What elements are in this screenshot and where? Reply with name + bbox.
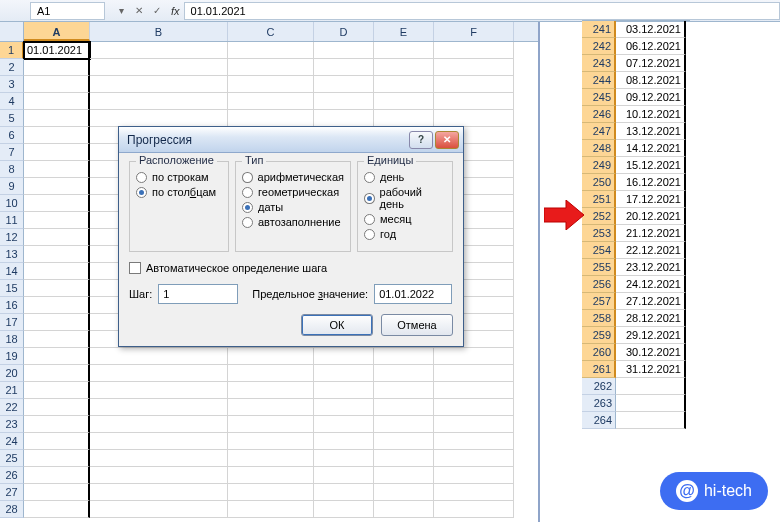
cell-A8[interactable]: [24, 161, 90, 178]
radio-workday[interactable]: рабочий день: [364, 186, 446, 210]
cell-D28[interactable]: [314, 501, 374, 518]
ok-button[interactable]: ОК: [301, 314, 373, 336]
cell-F27[interactable]: [434, 484, 514, 501]
radio-autofill[interactable]: автозаполнение: [242, 216, 344, 228]
row-header-19[interactable]: 19: [0, 348, 24, 365]
radio-by-rows[interactable]: по строкам: [136, 171, 222, 183]
result-row-header-251[interactable]: 251: [582, 191, 616, 208]
cell-A11[interactable]: [24, 212, 90, 229]
radio-by-cols[interactable]: по столбцам: [136, 186, 222, 198]
close-button[interactable]: ✕: [435, 131, 459, 149]
cell-A21[interactable]: [24, 382, 90, 399]
result-row-header-249[interactable]: 249: [582, 157, 616, 174]
cell-F3[interactable]: [434, 76, 514, 93]
cell-E20[interactable]: [374, 365, 434, 382]
radio-day[interactable]: день: [364, 171, 446, 183]
col-header-E[interactable]: E: [374, 22, 434, 41]
cell-A20[interactable]: [24, 365, 90, 382]
cell-C2[interactable]: [228, 59, 314, 76]
cancel-icon[interactable]: ✕: [131, 3, 147, 19]
result-row-header-257[interactable]: 257: [582, 293, 616, 310]
cell-B5[interactable]: [90, 110, 228, 127]
row-header-21[interactable]: 21: [0, 382, 24, 399]
row-header-13[interactable]: 13: [0, 246, 24, 263]
select-all-corner[interactable]: [0, 22, 24, 41]
cell-D5[interactable]: [314, 110, 374, 127]
result-row-header-256[interactable]: 256: [582, 276, 616, 293]
cell-E19[interactable]: [374, 348, 434, 365]
result-cell-245[interactable]: 09.12.2021: [616, 89, 686, 106]
row-header-6[interactable]: 6: [0, 127, 24, 144]
auto-step-checkbox[interactable]: Автоматическое определение шага: [129, 262, 453, 274]
row-header-7[interactable]: 7: [0, 144, 24, 161]
radio-month[interactable]: месяц: [364, 213, 446, 225]
result-row-header-242[interactable]: 242: [582, 38, 616, 55]
result-cell-248[interactable]: 14.12.2021: [616, 140, 686, 157]
cell-F26[interactable]: [434, 467, 514, 484]
cell-D25[interactable]: [314, 450, 374, 467]
col-header-D[interactable]: D: [314, 22, 374, 41]
cell-B28[interactable]: [90, 501, 228, 518]
radio-year[interactable]: год: [364, 228, 446, 240]
row-header-15[interactable]: 15: [0, 280, 24, 297]
cell-D2[interactable]: [314, 59, 374, 76]
cell-A19[interactable]: [24, 348, 90, 365]
cell-A4[interactable]: [24, 93, 90, 110]
cell-B20[interactable]: [90, 365, 228, 382]
cell-A9[interactable]: [24, 178, 90, 195]
cell-B23[interactable]: [90, 416, 228, 433]
cell-B2[interactable]: [90, 59, 228, 76]
result-cell-251[interactable]: 17.12.2021: [616, 191, 686, 208]
enter-icon[interactable]: ✓: [149, 3, 165, 19]
result-row-header-246[interactable]: 246: [582, 106, 616, 123]
cell-C23[interactable]: [228, 416, 314, 433]
cell-B1[interactable]: [90, 42, 228, 59]
cell-A15[interactable]: [24, 280, 90, 297]
cell-A3[interactable]: [24, 76, 90, 93]
row-header-14[interactable]: 14: [0, 263, 24, 280]
cell-B26[interactable]: [90, 467, 228, 484]
result-cell-255[interactable]: 23.12.2021: [616, 259, 686, 276]
cell-A24[interactable]: [24, 433, 90, 450]
radio-geom[interactable]: геометрическая: [242, 186, 344, 198]
cell-E26[interactable]: [374, 467, 434, 484]
cancel-button[interactable]: Отмена: [381, 314, 453, 336]
result-cell-256[interactable]: 24.12.2021: [616, 276, 686, 293]
row-header-12[interactable]: 12: [0, 229, 24, 246]
col-header-B[interactable]: B: [90, 22, 228, 41]
cell-E22[interactable]: [374, 399, 434, 416]
row-header-23[interactable]: 23: [0, 416, 24, 433]
cell-C19[interactable]: [228, 348, 314, 365]
result-cell-260[interactable]: 30.12.2021: [616, 344, 686, 361]
result-cell-258[interactable]: 28.12.2021: [616, 310, 686, 327]
cell-A12[interactable]: [24, 229, 90, 246]
cell-C24[interactable]: [228, 433, 314, 450]
col-header-C[interactable]: C: [228, 22, 314, 41]
row-header-3[interactable]: 3: [0, 76, 24, 93]
radio-dates[interactable]: даты: [242, 201, 344, 213]
row-header-1[interactable]: 1: [0, 42, 24, 59]
cell-D20[interactable]: [314, 365, 374, 382]
result-cell-261[interactable]: 31.12.2021: [616, 361, 686, 378]
row-header-4[interactable]: 4: [0, 93, 24, 110]
row-header-16[interactable]: 16: [0, 297, 24, 314]
cell-D26[interactable]: [314, 467, 374, 484]
cell-A22[interactable]: [24, 399, 90, 416]
result-row-header-250[interactable]: 250: [582, 174, 616, 191]
result-row-header-254[interactable]: 254: [582, 242, 616, 259]
cell-E21[interactable]: [374, 382, 434, 399]
result-row-header-259[interactable]: 259: [582, 327, 616, 344]
result-row-header-245[interactable]: 245: [582, 89, 616, 106]
cell-A23[interactable]: [24, 416, 90, 433]
cell-B19[interactable]: [90, 348, 228, 365]
cell-B22[interactable]: [90, 399, 228, 416]
result-cell-250[interactable]: 16.12.2021: [616, 174, 686, 191]
cell-E3[interactable]: [374, 76, 434, 93]
cell-A13[interactable]: [24, 246, 90, 263]
cell-A28[interactable]: [24, 501, 90, 518]
row-header-26[interactable]: 26: [0, 467, 24, 484]
cell-E4[interactable]: [374, 93, 434, 110]
cell-F1[interactable]: [434, 42, 514, 59]
cell-C27[interactable]: [228, 484, 314, 501]
cell-D4[interactable]: [314, 93, 374, 110]
